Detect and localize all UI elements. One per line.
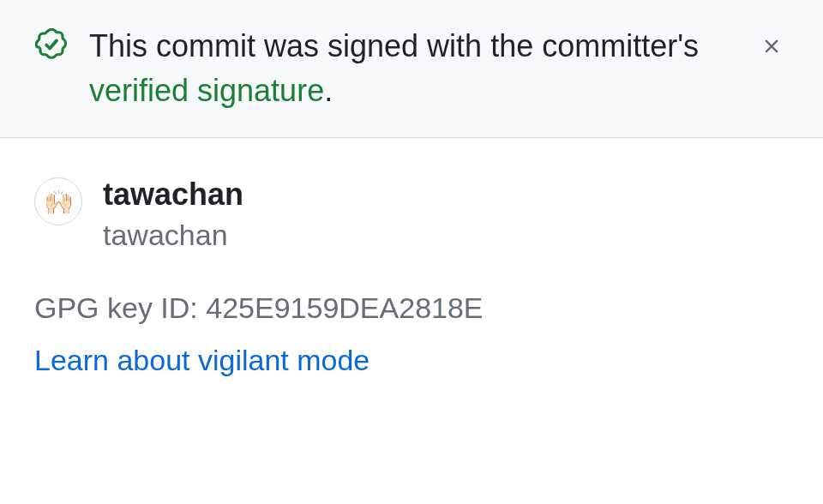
signer-display-name[interactable]: tawachan xyxy=(103,176,243,213)
signer-handle: tawachan xyxy=(103,213,243,257)
banner-text: This commit was signed with the committe… xyxy=(89,24,734,113)
signer-row: 🙌🏻 tawachan tawachan xyxy=(34,176,789,256)
learn-vigilant-mode-link[interactable]: Learn about vigilant mode xyxy=(34,344,789,377)
gpg-key-row: GPG key ID: 425E9159DEA2818E xyxy=(34,291,789,325)
close-icon xyxy=(760,35,783,57)
signature-details: 🙌🏻 tawachan tawachan GPG key ID: 425E915… xyxy=(0,138,823,376)
banner-text-before: This commit was signed with the committe… xyxy=(89,28,699,63)
signer-names: tawachan tawachan xyxy=(103,176,243,256)
signature-banner: This commit was signed with the committe… xyxy=(0,0,823,138)
gpg-key-label: GPG key ID: xyxy=(34,291,206,324)
avatar-emoji: 🙌🏻 xyxy=(44,188,74,216)
avatar[interactable]: 🙌🏻 xyxy=(34,177,82,225)
verified-icon xyxy=(34,27,69,62)
close-button[interactable] xyxy=(754,29,789,63)
banner-text-after: . xyxy=(324,73,333,108)
gpg-key-value: 425E9159DEA2818E xyxy=(206,291,483,324)
verified-signature-link[interactable]: verified signature xyxy=(89,73,324,108)
